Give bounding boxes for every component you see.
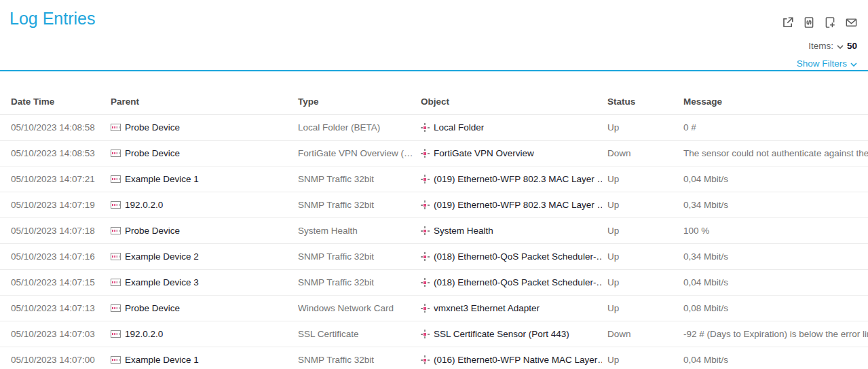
device-icon [111, 330, 121, 338]
cell-parent: Example Device 3 [111, 269, 298, 295]
cell-object: (016) Ethernet0-WFP Native MAC Layer… [421, 347, 607, 369]
cell-message: 0 # [683, 114, 868, 140]
cell-message: 0,04 Mbit/s [683, 269, 868, 295]
sensor-icon [421, 277, 430, 287]
cell-type: SNMP Traffic 32bit [298, 243, 421, 269]
column-header-type: Type [298, 71, 421, 114]
column-header-parent: Parent [111, 71, 298, 114]
cell-status: Up [607, 166, 683, 192]
cell-datetime: 05/10/2023 14:08:58 [0, 114, 111, 140]
code-file-icon[interactable] [802, 16, 816, 29]
parent-link[interactable]: Example Device 1 [125, 174, 199, 184]
cell-status: Down [607, 140, 683, 166]
sensor-icon [421, 329, 430, 339]
table-row: 05/10/2023 14:07:15 Example Device 3 SNM… [0, 269, 868, 295]
object-link[interactable]: FortiGate VPN Overview [434, 148, 534, 158]
parent-link[interactable]: Example Device 1 [125, 355, 199, 365]
cell-parent: Probe Device [111, 114, 298, 140]
device-icon [111, 227, 121, 234]
cell-status: Up [607, 295, 683, 321]
chevron-down-icon [850, 63, 857, 67]
parent-link[interactable]: Probe Device [125, 303, 180, 313]
cell-object: (018) Ethernet0-QoS Packet Scheduler-… [421, 243, 607, 269]
device-icon [111, 253, 121, 260]
parent-link[interactable]: Example Device 3 [125, 277, 199, 287]
cell-object: Local Folder [421, 114, 607, 140]
cell-parent: Example Device 1 [111, 347, 298, 369]
cell-message: The sensor could not authenticate agains… [683, 140, 868, 166]
sensor-icon [421, 226, 430, 236]
cell-datetime: 05/10/2023 14:07:13 [0, 295, 111, 321]
cell-object: vmxnet3 Ethernet Adapter [421, 295, 607, 321]
items-count-dropdown[interactable]: Items: 50 [808, 41, 857, 51]
table-row: 05/10/2023 14:07:19 192.0.2.0 SNMP Traff… [0, 192, 868, 217]
device-icon [111, 304, 121, 312]
cell-status: Up [607, 192, 683, 217]
cell-datetime: 05/10/2023 14:07:16 [0, 243, 111, 269]
cell-datetime: 05/10/2023 14:08:53 [0, 140, 111, 166]
cell-type: SNMP Traffic 32bit [298, 269, 421, 295]
table-row: 05/10/2023 14:07:13 Probe Device Windows… [0, 295, 868, 321]
show-filters-toggle[interactable]: Show Filters [797, 58, 857, 69]
sensor-icon [421, 303, 430, 313]
object-link[interactable]: (019) Ethernet0-WFP 802.3 MAC Layer … [434, 200, 602, 210]
parent-link[interactable]: Probe Device [125, 226, 180, 236]
sensor-icon [421, 251, 430, 262]
parent-link[interactable]: 192.0.2.0 [125, 200, 163, 210]
cell-status: Up [607, 243, 683, 269]
device-icon [111, 150, 121, 157]
sensor-icon [421, 355, 430, 365]
parent-link[interactable]: Example Device 2 [125, 251, 199, 262]
cell-status: Up [607, 269, 683, 295]
cell-object: FortiGate VPN Overview [421, 140, 607, 166]
cell-type: System Health [298, 217, 421, 243]
object-link[interactable]: (019) Ethernet0-WFP 802.3 MAC Layer … [434, 174, 602, 184]
cell-parent: 192.0.2.0 [111, 192, 298, 217]
table-row: 05/10/2023 14:07:03 192.0.2.0 SSL Certif… [0, 321, 868, 347]
cell-datetime: 05/10/2023 14:07:03 [0, 321, 111, 347]
cell-status: Up [607, 217, 683, 243]
cell-message: 100 % [683, 217, 868, 243]
device-icon [111, 175, 121, 183]
table-row: 05/10/2023 14:07:00 Example Device 1 SNM… [0, 347, 868, 369]
object-link[interactable]: (018) Ethernet0-QoS Packet Scheduler-… [434, 251, 602, 262]
cell-message: 0,34 Mbit/s [683, 192, 868, 217]
cell-datetime: 05/10/2023 14:07:18 [0, 217, 111, 243]
items-value: 50 [847, 41, 857, 51]
object-link[interactable]: vmxnet3 Ethernet Adapter [434, 303, 540, 313]
cell-datetime: 05/10/2023 14:07:19 [0, 192, 111, 217]
parent-link[interactable]: Probe Device [125, 148, 180, 158]
cell-type: Windows Network Card [298, 295, 421, 321]
add-file-icon[interactable] [823, 16, 837, 29]
object-link[interactable]: (018) Ethernet0-QoS Packet Scheduler-… [434, 277, 602, 287]
cell-datetime: 05/10/2023 14:07:00 [0, 347, 111, 369]
object-link[interactable]: SSL Certificate Sensor (Port 443) [434, 329, 569, 339]
object-link[interactable]: Local Folder [434, 122, 484, 133]
cell-message: 0,04 Mbit/s [683, 347, 868, 369]
envelope-icon[interactable] [844, 16, 858, 29]
page-title: Log Entries [10, 9, 95, 29]
parent-link[interactable]: Probe Device [125, 122, 180, 133]
cell-datetime: 05/10/2023 14:07:21 [0, 166, 111, 192]
cell-status: Down [607, 321, 683, 347]
device-icon [111, 201, 121, 209]
cell-parent: 192.0.2.0 [111, 321, 298, 347]
chevron-down-icon [837, 45, 844, 49]
cell-type: SNMP Traffic 32bit [298, 192, 421, 217]
cell-parent: Example Device 1 [111, 166, 298, 192]
object-link[interactable]: System Health [434, 226, 493, 236]
external-link-icon[interactable] [781, 16, 795, 29]
column-header-object: Object [421, 71, 607, 114]
cell-type: SNMP Traffic 32bit [298, 347, 421, 369]
parent-link[interactable]: 192.0.2.0 [125, 329, 163, 339]
cell-type: Local Folder (BETA) [298, 114, 421, 140]
cell-object: System Health [421, 217, 607, 243]
sensor-icon [421, 122, 430, 133]
sensor-icon [421, 174, 430, 184]
object-link[interactable]: (016) Ethernet0-WFP Native MAC Layer… [434, 355, 602, 365]
cell-message: -92 # (Days to Expiration) is below the … [683, 321, 868, 347]
toolbar [781, 16, 858, 29]
cell-type: SSL Certificate [298, 321, 421, 347]
table-row: 05/10/2023 14:08:53 Probe Device FortiGa… [0, 140, 868, 166]
cell-parent: Probe Device [111, 217, 298, 243]
